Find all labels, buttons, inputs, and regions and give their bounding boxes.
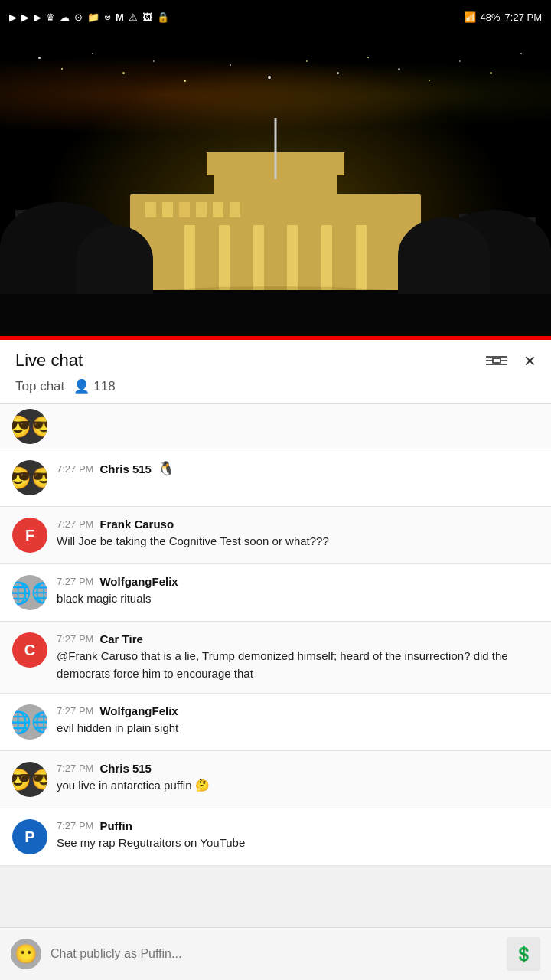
message-text-6: See my rap Regutraitors on YouTube — [57, 835, 539, 852]
app-icon-crown: ♛ — [46, 11, 55, 23]
app-icon-m: M — [116, 11, 124, 23]
light-7 — [230, 64, 231, 66]
avatar-puffin: P — [12, 819, 47, 854]
chat-message-2: 🌐 7:27 PM WolfgangFelix black magic ritu… — [0, 564, 551, 622]
app-icon-cloud: ☁ — [60, 11, 70, 23]
chat-header: Live chat × Top chat 👤 118 — [0, 340, 551, 404]
tree-left-2 — [77, 225, 153, 294]
wh-col-4 — [287, 225, 298, 294]
message-time-5: 7:27 PM — [57, 763, 93, 774]
message-meta-5: 7:27 PM Chris 515 — [57, 762, 539, 775]
wh-col-6 — [356, 225, 367, 294]
light-10 — [367, 57, 369, 58]
light-1 — [38, 57, 41, 59]
chat-message-3: C 7:27 PM Car Tire @Frank Caruso that is… — [0, 622, 551, 694]
wh-col-3 — [253, 225, 264, 294]
top-chat-label: Top chat — [15, 379, 64, 394]
message-body-3: 7:27 PM Car Tire @Frank Caruso that is a… — [57, 632, 539, 682]
avatar-wolfgang-1: 🌐 — [12, 575, 47, 610]
flagpole — [275, 118, 277, 179]
message-time-0: 7:27 PM — [57, 463, 93, 475]
light-6 — [184, 80, 186, 82]
avatar-wolfgang-2: 🌐 — [12, 704, 47, 740]
message-text-1: Will Joe be taking the Cognitive Test so… — [57, 533, 539, 550]
message-meta-1: 7:27 PM Frank Caruso — [57, 518, 539, 531]
chat-message-4: 🌐 7:27 PM WolfgangFelix evil hidden in p… — [0, 694, 551, 751]
chat-input-field[interactable] — [51, 947, 497, 961]
filter-button[interactable] — [486, 356, 507, 365]
message-text-2: black magic rituals — [57, 590, 539, 608]
send-icon: 💲 — [514, 945, 533, 963]
message-author-4: WolfgangFelix — [99, 704, 178, 717]
wh-col-1 — [184, 225, 195, 294]
message-body-2: 7:27 PM WolfgangFelix black magic ritual… — [57, 575, 539, 608]
message-body-0: 7:27 PM Chris 515 🐧 — [57, 460, 539, 479]
light-5 — [153, 60, 155, 62]
light-3 — [92, 53, 93, 54]
light-8 — [306, 60, 308, 62]
wh-main-body — [130, 194, 421, 294]
chat-message-partial: 😎 — [0, 404, 551, 449]
chat-header-icons: × — [486, 351, 536, 371]
chat-message-5: 😎 7:27 PM Chris 515 you live in antarcti… — [0, 751, 551, 808]
wh-col-2 — [219, 225, 230, 294]
video-area — [0, 34, 551, 340]
message-text-5: you live in antarctica puffin 🤔 — [57, 777, 539, 795]
app-icon-folder: 📁 — [87, 11, 99, 23]
message-author-2: WolfgangFelix — [99, 575, 178, 588]
status-bar-left: ▶ ▶ ▶ ♛ ☁ ⊙ 📁 ⊗ M ⚠ 🖼 🔒 — [9, 11, 169, 23]
avatar-cartire: C — [12, 632, 47, 668]
light-9 — [337, 72, 339, 74]
app-icon-image: 🖼 — [142, 11, 152, 23]
viewer-count: 👤 118 — [73, 378, 115, 394]
avatar-frank: F — [12, 518, 47, 553]
close-button[interactable]: × — [524, 351, 536, 371]
message-time-2: 7:27 PM — [57, 576, 93, 587]
message-author-6: Puffin — [99, 819, 132, 832]
wifi-icon: 📶 — [464, 11, 476, 23]
message-text-4: evil hidden in plain sight — [57, 720, 539, 737]
chat-message-1: F 7:27 PM Frank Caruso Will Joe be takin… — [0, 507, 551, 564]
message-meta-2: 7:27 PM WolfgangFelix — [57, 575, 539, 588]
chat-emoji-icon: 😶 — [15, 943, 37, 965]
app-icon-circle2: ⊗ — [104, 12, 111, 22]
message-text-3: @Frank Caruso that is a lie, Trump demon… — [57, 648, 539, 682]
app-icon-circle1: ⊙ — [74, 11, 83, 23]
message-meta-4: 7:27 PM WolfgangFelix — [57, 704, 539, 717]
battery-text: 48% — [481, 11, 500, 23]
app-icon-warning: ⚠ — [129, 11, 138, 23]
chat-send-button[interactable]: 💲 — [507, 937, 540, 971]
message-time-6: 7:27 PM — [57, 820, 93, 831]
chat-sub-row: Top chat 👤 118 — [15, 378, 536, 403]
light-11 — [398, 68, 400, 70]
light-flagpole — [268, 76, 271, 79]
video-progress-bar — [0, 336, 551, 340]
status-bar: ▶ ▶ ▶ ♛ ☁ ⊙ 📁 ⊗ M ⚠ 🖼 🔒 📶 48% 7:27 PM — [0, 0, 551, 34]
chat-title: Live chat — [15, 351, 83, 371]
avatar-chris-515-1: 😎 — [12, 460, 47, 495]
message-body-4: 7:27 PM WolfgangFelix evil hidden in pla… — [57, 704, 539, 737]
ground — [0, 290, 551, 340]
chat-message-6: P 7:27 PM Puffin See my rap Regutraitors… — [0, 808, 551, 866]
chat-title-row: Live chat × — [15, 351, 536, 371]
chat-messages-list: 😎 😎 7:27 PM Chris 515 🐧 F 7:27 PM Frank … — [0, 404, 551, 927]
status-bar-right: 📶 48% 7:27 PM — [464, 11, 542, 23]
message-author-5: Chris 515 — [99, 762, 152, 775]
chat-message-0: 😎 7:27 PM Chris 515 🐧 — [0, 449, 551, 507]
message-emoji-0: 🐧 — [158, 460, 174, 477]
message-time-4: 7:27 PM — [57, 705, 93, 717]
light-14 — [490, 72, 492, 74]
chat-input-area: 😶 💲 — [0, 927, 551, 980]
light-12 — [429, 80, 430, 81]
message-author-0: Chris 515 — [99, 462, 152, 475]
light-4 — [122, 72, 125, 74]
light-2 — [61, 68, 63, 70]
message-author-3: Car Tire — [99, 632, 142, 645]
message-body-1: 7:27 PM Frank Caruso Will Joe be taking … — [57, 518, 539, 550]
message-meta-6: 7:27 PM Puffin — [57, 819, 539, 832]
message-body-6: 7:27 PM Puffin See my rap Regutraitors o… — [57, 819, 539, 852]
app-icon-youtube2: ▶ — [21, 11, 29, 23]
message-meta-3: 7:27 PM Car Tire — [57, 632, 539, 645]
message-author-1: Frank Caruso — [99, 518, 174, 531]
person-icon: 👤 — [73, 378, 90, 394]
